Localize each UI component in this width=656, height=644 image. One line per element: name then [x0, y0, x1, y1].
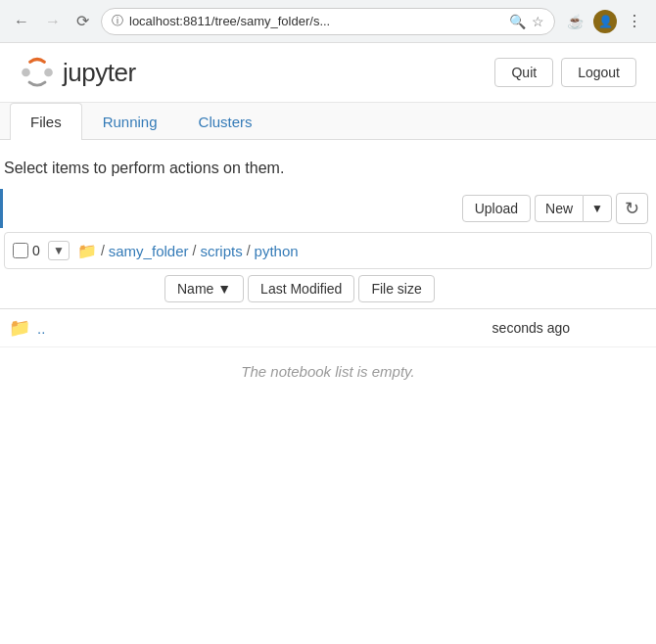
- tab-files[interactable]: Files: [10, 103, 82, 140]
- action-toolbar: Upload New ▼ ↻: [0, 189, 656, 228]
- svg-point-0: [22, 69, 30, 77]
- url-bar[interactable]: ⓘ localhost:8811/tree/samy_folder/s... 🔍…: [101, 8, 555, 35]
- avatar: 👤: [593, 10, 617, 33]
- new-dropdown-button[interactable]: ▼: [583, 195, 612, 222]
- reload-button[interactable]: ⟳: [72, 12, 93, 31]
- breadcrumb-samy-folder[interactable]: samy_folder: [109, 243, 189, 259]
- parent-dir-name[interactable]: ..: [37, 320, 155, 337]
- menu-icon[interactable]: ⋮: [623, 10, 646, 32]
- breadcrumb-sep-0: /: [101, 243, 105, 258]
- breadcrumb-bar: 0 ▼ 📁 / samy_folder / scripts / python: [4, 232, 652, 269]
- url-text: localhost:8811/tree/samy_folder/s...: [129, 14, 503, 28]
- refresh-button[interactable]: ↻: [616, 193, 648, 224]
- browser-chrome: ← → ⟳ ⓘ localhost:8811/tree/samy_folder/…: [0, 0, 656, 43]
- jupyter-logo-icon: [20, 55, 55, 90]
- breadcrumb-sep-2: /: [247, 243, 251, 258]
- breadcrumb-sep-1: /: [192, 243, 196, 258]
- jupyter-header: jupyter Quit Logout: [0, 43, 656, 103]
- select-dropdown-button[interactable]: ▼: [48, 241, 70, 260]
- lock-icon: ⓘ: [112, 13, 123, 29]
- modified-sort-button[interactable]: Last Modified: [248, 275, 354, 302]
- selected-count: 0: [32, 243, 44, 258]
- breadcrumb-scripts[interactable]: scripts: [200, 243, 242, 259]
- main-content: Select items to perform actions on them.…: [0, 140, 656, 395]
- file-list-header: Name ▼ Last Modified File size: [0, 269, 656, 309]
- name-col-label: Name: [177, 281, 213, 297]
- size-sort-button[interactable]: File size: [358, 275, 434, 302]
- parent-dir-row: 📁 .. seconds ago: [0, 309, 656, 347]
- jupyter-logo-text: jupyter: [63, 58, 136, 88]
- back-button[interactable]: ←: [10, 12, 33, 31]
- extensions-icon[interactable]: ☕: [563, 12, 587, 31]
- tab-clusters[interactable]: Clusters: [178, 103, 273, 140]
- svg-point-1: [44, 69, 53, 77]
- parent-dir-time: seconds ago: [492, 320, 570, 336]
- forward-button[interactable]: →: [41, 12, 65, 31]
- logout-button[interactable]: Logout: [561, 58, 636, 87]
- folder-icon: 📁: [77, 242, 97, 260]
- select-message: Select items to perform actions on them.: [0, 156, 656, 189]
- name-sort-button[interactable]: Name ▼: [164, 275, 244, 302]
- breadcrumb-python[interactable]: python: [255, 243, 299, 259]
- new-button[interactable]: New: [535, 195, 583, 222]
- select-all-checkbox[interactable]: [13, 243, 28, 258]
- new-button-group: New ▼: [535, 195, 612, 222]
- jupyter-logo: jupyter: [20, 55, 136, 90]
- bookmark-icon: ☆: [532, 14, 544, 29]
- header-buttons: Quit Logout: [494, 58, 636, 87]
- empty-message: The notebook list is empty.: [0, 347, 656, 395]
- sort-desc-icon: ▼: [217, 281, 231, 297]
- tabs-bar: Files Running Clusters: [0, 103, 656, 140]
- folder-icon: 📁: [8, 317, 31, 339]
- tab-running[interactable]: Running: [82, 103, 178, 140]
- search-icon: 🔍: [509, 14, 526, 29]
- browser-actions: ☕ 👤 ⋮: [563, 10, 646, 33]
- upload-button[interactable]: Upload: [462, 195, 531, 222]
- quit-button[interactable]: Quit: [494, 58, 553, 87]
